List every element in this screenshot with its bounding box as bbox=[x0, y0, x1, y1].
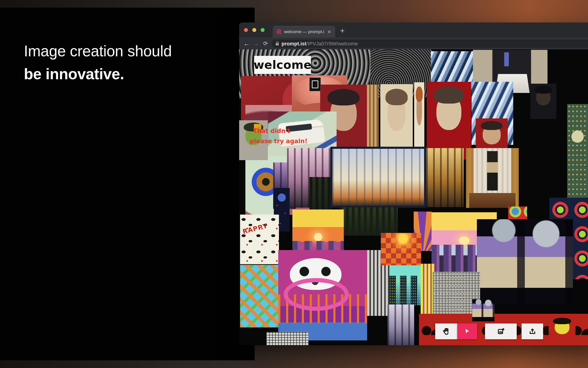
export-button[interactable] bbox=[522, 323, 543, 339]
sunset-highway-art[interactable] bbox=[381, 233, 421, 265]
winter-forest-art[interactable] bbox=[387, 304, 414, 345]
lock-icon bbox=[276, 43, 279, 46]
rappy-birds-art[interactable] bbox=[240, 215, 279, 264]
hero-panel: Image creation should be innovative. bbox=[0, 8, 255, 360]
tab-bar: welcome — prompt.ist × + bbox=[239, 22, 588, 37]
klimt-figure-artwork[interactable] bbox=[567, 104, 588, 206]
big-pines-art[interactable] bbox=[340, 207, 398, 236]
hand-icon bbox=[442, 327, 450, 335]
upload-icon bbox=[528, 327, 536, 335]
headline-line-2: be innovative. bbox=[24, 63, 172, 85]
military-figure-photo[interactable] bbox=[466, 148, 519, 208]
panda-scene-art[interactable] bbox=[278, 250, 367, 340]
back-button[interactable]: ← bbox=[242, 38, 251, 49]
welcome-label[interactable]: welcome bbox=[254, 56, 311, 74]
browser-window: welcome — prompt.ist × + ← → ⟳ prompt.is… bbox=[239, 22, 588, 345]
tab-welcome[interactable]: welcome — prompt.ist × bbox=[273, 26, 335, 37]
canvas-viewport[interactable]: welcome That didn't please try again! RA… bbox=[239, 49, 588, 345]
url-path: /IPVJa07r9W/welcome bbox=[307, 41, 358, 46]
zoom-window-button[interactable] bbox=[261, 28, 265, 32]
image-plus-icon bbox=[497, 327, 505, 335]
mandalorian-duo-art[interactable] bbox=[472, 299, 494, 322]
navigation-bar: ← → ⟳ prompt.ist/IPVJa07r9W/welcome bbox=[239, 37, 588, 49]
add-image-button[interactable] bbox=[485, 323, 517, 339]
new-tab-button[interactable]: + bbox=[340, 27, 345, 35]
hand-tool-button[interactable] bbox=[435, 323, 457, 339]
url-text: prompt.ist/IPVJa07r9W/welcome bbox=[281, 41, 358, 47]
prompt-ist-favicon-icon bbox=[276, 29, 281, 34]
redhead-portrait-sliver[interactable] bbox=[414, 82, 424, 152]
iso-pool-art[interactable] bbox=[240, 265, 279, 327]
north-face-logo-patch[interactable] bbox=[309, 78, 321, 91]
forward-button[interactable]: → bbox=[252, 38, 260, 49]
tab-title: welcome — prompt.ist bbox=[284, 29, 324, 34]
url-domain: prompt.ist bbox=[281, 41, 307, 46]
select-tool-button[interactable] bbox=[457, 323, 477, 339]
framed-forest-art[interactable] bbox=[330, 147, 426, 208]
error-message: That didn't please try again! bbox=[250, 126, 307, 146]
canvas-toolbar bbox=[435, 323, 543, 339]
tab-close-icon[interactable]: × bbox=[327, 29, 332, 35]
golden-forest-art[interactable] bbox=[426, 148, 464, 207]
headline: Image creation should be innovative. bbox=[24, 40, 172, 85]
minimize-window-button[interactable] bbox=[252, 28, 256, 32]
headline-line-1: Image creation should bbox=[24, 40, 172, 63]
yellow-face-art[interactable] bbox=[549, 316, 576, 345]
error-message-line-1: That didn't bbox=[250, 126, 307, 136]
dark-portrait[interactable] bbox=[530, 84, 556, 119]
mandalorian-trio-art[interactable] bbox=[477, 219, 573, 305]
reload-button[interactable]: ⟳ bbox=[261, 38, 270, 49]
cursor-icon bbox=[463, 327, 471, 335]
grid-bw-art[interactable] bbox=[266, 332, 308, 345]
error-message-line-2: please try again! bbox=[250, 138, 307, 145]
address-bar[interactable]: prompt.ist/IPVJa07r9W/welcome bbox=[272, 40, 588, 48]
window-controls bbox=[244, 28, 265, 32]
screenshot-root: { "hero": { "headline_line1": "Image cre… bbox=[0, 0, 588, 368]
close-window-button[interactable] bbox=[244, 28, 248, 32]
